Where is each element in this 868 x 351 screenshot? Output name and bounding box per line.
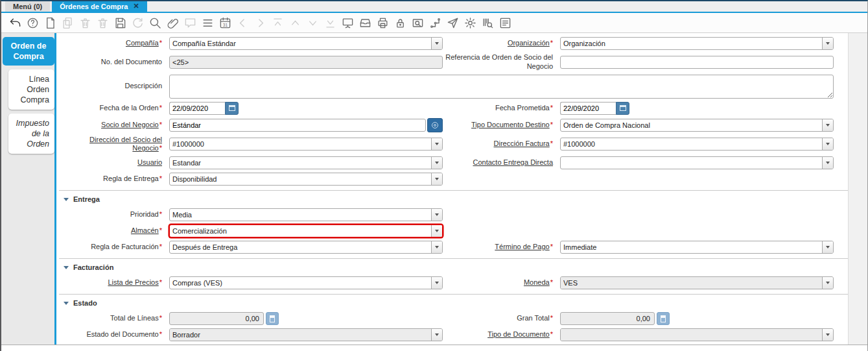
usuario-input[interactable]: [170, 157, 431, 169]
usuario-combobox[interactable]: [169, 156, 443, 169]
calendar-button[interactable]: [225, 102, 239, 115]
prioridad-combobox[interactable]: [169, 208, 443, 221]
regla-entrega-input[interactable]: [170, 173, 431, 185]
referencia-input[interactable]: [560, 56, 834, 69]
termino-pago-input[interactable]: [561, 241, 822, 253]
dir-socio-combobox[interactable]: [169, 138, 443, 151]
first-record-icon: [272, 17, 284, 29]
dir-factura-combobox[interactable]: [560, 138, 834, 151]
calculator-button[interactable]: [266, 312, 279, 325]
product-info-icon[interactable]: [482, 17, 494, 29]
main-area: Orden de Compra Línea Orden Compra Impue…: [1, 33, 867, 345]
dir-socio-input[interactable]: [170, 138, 431, 150]
archive-icon[interactable]: [359, 17, 371, 29]
compania-label[interactable]: Compañía*: [59, 39, 167, 48]
calendar-button[interactable]: [616, 102, 629, 115]
termino-pago-combobox[interactable]: [560, 241, 834, 254]
chevron-down-icon[interactable]: [822, 38, 833, 49]
regla-facturacion-input[interactable]: [170, 241, 431, 253]
tipo-doc-destino-input[interactable]: [561, 119, 822, 131]
descripcion-textarea[interactable]: [169, 75, 834, 99]
sidebar-tab-orden-de-compra[interactable]: Orden de Compra: [3, 37, 54, 66]
tipo-documento-combobox[interactable]: [560, 328, 834, 341]
lista-precios-label[interactable]: Lista de Precios*: [59, 278, 167, 287]
regla-facturacion-combobox[interactable]: [169, 241, 443, 254]
section-header-entrega[interactable]: Entrega: [64, 195, 848, 203]
attachment-icon[interactable]: [167, 17, 179, 29]
grid-toggle-icon[interactable]: [202, 17, 214, 29]
contacto-input[interactable]: [561, 157, 822, 169]
tab-ordenes-de-compra[interactable]: Órdenes de Compra ✕: [52, 1, 147, 12]
last-record-icon: [324, 17, 336, 29]
tipo-doc-destino-label[interactable]: Tipo Documento Destino*: [445, 121, 557, 130]
fecha-orden-input[interactable]: [169, 102, 225, 115]
tab-menu[interactable]: Menú (0): [5, 1, 50, 12]
contacto-combobox[interactable]: [560, 156, 834, 169]
section-header-estado[interactable]: Estado: [64, 299, 848, 307]
chat-icon: [184, 17, 196, 29]
chevron-down-icon[interactable]: [822, 241, 833, 253]
request-icon[interactable]: [447, 17, 459, 29]
chevron-down-icon[interactable]: [431, 209, 442, 221]
organizacion-label[interactable]: Organización*: [445, 39, 557, 48]
contacto-label[interactable]: Contacto Entrega Directa: [445, 158, 557, 167]
regla-entrega-combobox[interactable]: [169, 173, 443, 186]
almacen-input[interactable]: [170, 225, 431, 237]
lista-precios-combobox[interactable]: [169, 276, 443, 289]
chevron-down-icon[interactable]: [822, 277, 833, 289]
dir-factura-input[interactable]: [561, 138, 822, 150]
almacen-combobox-highlighted[interactable]: [169, 224, 443, 237]
sidebar-tab-impuesto-de-la-orden[interactable]: Impuesto de la Orden: [8, 114, 54, 154]
socio-label[interactable]: Socio del Negocio*: [59, 121, 167, 130]
close-icon[interactable]: ✕: [133, 2, 139, 10]
report-view-icon[interactable]: [499, 17, 511, 29]
organizacion-input[interactable]: [561, 38, 822, 49]
help-icon[interactable]: [27, 17, 39, 29]
almacen-label[interactable]: Almacén*: [59, 226, 167, 236]
compania-input[interactable]: [170, 38, 431, 49]
print-preview-icon[interactable]: [412, 17, 424, 29]
tipo-documento-label[interactable]: Tipo de Documento*: [445, 330, 557, 339]
dir-socio-label[interactable]: Dirección del Socio del Negocio*: [59, 136, 167, 154]
chevron-down-icon[interactable]: [431, 225, 442, 237]
chevron-down-icon[interactable]: [431, 157, 442, 169]
chevron-down-icon[interactable]: [431, 38, 442, 49]
save-icon[interactable]: [114, 17, 126, 29]
calculator-button[interactable]: [657, 312, 670, 325]
descripcion-label: Descripción: [59, 82, 167, 91]
undo-icon[interactable]: [9, 17, 21, 29]
chevron-down-icon[interactable]: [822, 157, 833, 169]
chevron-down-icon[interactable]: [822, 119, 833, 131]
chevron-down-icon[interactable]: [822, 138, 833, 150]
chevron-down-icon[interactable]: [431, 138, 442, 150]
print-icon[interactable]: [377, 17, 389, 29]
usuario-label[interactable]: Usuario: [59, 158, 167, 167]
organizacion-combobox[interactable]: [560, 37, 834, 50]
sidebar-tab-linea-orden-compra[interactable]: Línea Orden Compra: [8, 69, 54, 110]
chevron-down-icon[interactable]: [431, 173, 442, 185]
find-icon[interactable]: [149, 17, 161, 29]
termino-pago-label[interactable]: Término de Pago*: [445, 243, 557, 252]
prioridad-input[interactable]: [170, 209, 431, 221]
private-record-lock-icon[interactable]: [394, 17, 406, 29]
estado-documento-combobox[interactable]: [169, 328, 443, 341]
chevron-down-icon[interactable]: [822, 329, 833, 341]
socio-input[interactable]: [169, 119, 426, 132]
chevron-down-icon[interactable]: [431, 277, 442, 289]
record-info-button[interactable]: [427, 118, 443, 132]
moneda-combobox[interactable]: [560, 276, 834, 289]
chevron-down-icon[interactable]: [431, 329, 442, 341]
tipo-doc-destino-combobox[interactable]: [560, 119, 834, 132]
chevron-down-icon[interactable]: [431, 241, 442, 253]
report-icon[interactable]: [342, 17, 354, 29]
fecha-prometida-input[interactable]: [560, 102, 616, 115]
history-calendar-icon[interactable]: 31: [219, 17, 231, 29]
moneda-label[interactable]: Moneda*: [445, 278, 557, 287]
lista-precios-input[interactable]: [170, 277, 431, 289]
workflow-icon[interactable]: [429, 17, 441, 29]
new-record-icon[interactable]: [44, 17, 56, 29]
compania-combobox[interactable]: [169, 37, 443, 50]
dir-factura-label[interactable]: Dirección Factura*: [445, 139, 557, 149]
section-header-facturacion[interactable]: Facturación: [64, 263, 848, 271]
window-customization-icon[interactable]: [464, 17, 476, 29]
